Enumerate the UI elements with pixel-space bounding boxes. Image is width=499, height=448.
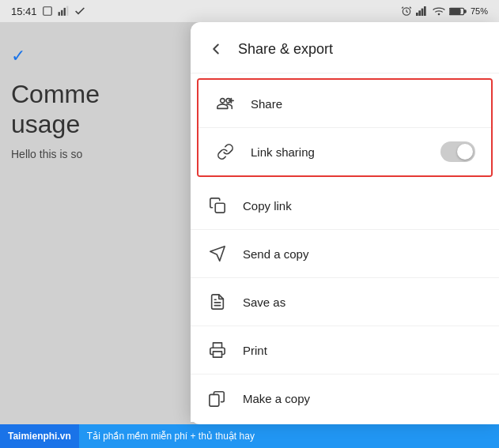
bottom-banner: Taimienphi.vn Tải phần mềm miễn phí + th… (0, 424, 499, 448)
copy-link-label: Copy link (243, 199, 292, 213)
svg-rect-2 (61, 10, 62, 16)
print-label: Print (243, 344, 267, 357)
share-person-icon (214, 92, 236, 115)
svg-point-12 (438, 13, 440, 16)
svg-rect-4 (66, 6, 68, 16)
make-copy-menu-item[interactable]: Make a copy (191, 375, 499, 422)
doc-checkmark: ✓ (11, 46, 100, 66)
save-as-label: Save as (243, 296, 285, 309)
svg-rect-8 (416, 13, 418, 16)
toggle-switch[interactable] (440, 141, 475, 162)
svg-rect-9 (418, 10, 421, 16)
back-button[interactable] (203, 36, 229, 62)
link-icon (214, 141, 236, 163)
share-export-panel: Share & export Share (191, 22, 499, 424)
notification-icon (42, 6, 53, 17)
svg-rect-14 (464, 9, 467, 12)
status-bar: 15:41 75% (0, 0, 499, 22)
alarm-icon (401, 6, 412, 17)
svg-rect-18 (215, 203, 225, 213)
make-copy-icon (206, 387, 229, 409)
svg-marker-19 (210, 247, 225, 261)
signal-icon (58, 6, 69, 17)
status-time: 15:41 (11, 6, 37, 17)
wifi-icon (433, 6, 445, 17)
copy-link-icon (206, 194, 229, 216)
link-sharing-label: Link sharing (251, 145, 315, 159)
battery-icon (449, 6, 467, 17)
link-sharing-menu-item[interactable]: Link sharing (198, 128, 491, 175)
copy-link-menu-item[interactable]: Copy link (191, 182, 499, 229)
menu-panel-title: Share & export (238, 41, 333, 58)
svg-line-7 (410, 7, 411, 9)
doc-content: ✓ Commeusage Hello this is so (11, 38, 100, 168)
doc-body: Hello this is so (11, 148, 100, 160)
print-icon (206, 339, 229, 361)
svg-rect-0 (43, 7, 51, 16)
menu-header: Share & export (191, 22, 499, 73)
share-menu-item[interactable]: Share (198, 80, 491, 127)
save-as-icon (206, 291, 229, 313)
toggle-knob (457, 144, 473, 160)
send-copy-menu-item[interactable]: Send a copy (191, 230, 499, 277)
svg-rect-11 (424, 6, 426, 16)
svg-rect-23 (210, 394, 219, 406)
highlighted-section: Share Link sharing (197, 78, 493, 177)
doc-title: Commeusage (11, 79, 100, 140)
share-label: Share (251, 97, 282, 111)
status-left: 15:41 (11, 5, 86, 17)
status-right: 75% (401, 6, 488, 17)
svg-rect-15 (450, 9, 460, 13)
svg-rect-3 (63, 8, 65, 16)
svg-rect-22 (214, 352, 222, 357)
signal-bars-icon (416, 6, 429, 17)
svg-rect-1 (58, 12, 59, 16)
send-copy-label: Send a copy (243, 247, 308, 261)
banner-text: Tải phần mềm miễn phí + thủ thuật hay (79, 424, 499, 448)
make-copy-label: Make a copy (243, 392, 310, 405)
save-as-menu-item[interactable]: Save as (191, 278, 499, 326)
checkmark-status-icon (74, 5, 86, 17)
link-sharing-toggle[interactable] (440, 141, 475, 162)
send-copy-icon (206, 243, 229, 265)
battery-text: 75% (471, 6, 488, 16)
svg-rect-10 (422, 9, 424, 16)
banner-brand: Taimienphi.vn (0, 424, 79, 448)
menu-items-rest: Copy link Send a copy (191, 182, 499, 424)
print-menu-item[interactable]: Print (191, 326, 499, 374)
svg-line-6 (402, 7, 403, 9)
back-arrow-icon (207, 40, 225, 58)
